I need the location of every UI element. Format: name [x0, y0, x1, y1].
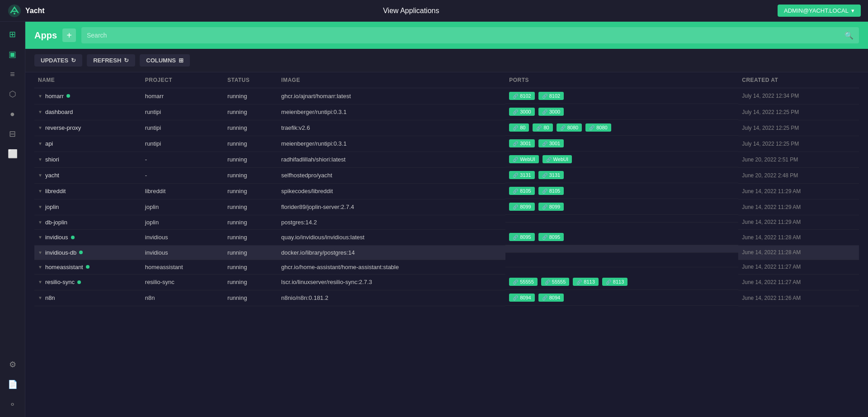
app-name[interactable]: libreddit	[45, 188, 66, 194]
updates-button[interactable]: UPDATES ↻	[34, 54, 82, 66]
chevron-icon[interactable]: ▼	[38, 250, 42, 255]
link-icon: 🔗	[513, 235, 518, 240]
app-name[interactable]: db-joplin	[45, 219, 67, 226]
port-badge[interactable]: 🔗8099	[509, 203, 534, 211]
sidebar-item-dashboard[interactable]: ⊞	[4, 25, 22, 43]
col-project: Project	[142, 72, 224, 88]
settings-icon[interactable]: ⚙	[4, 355, 22, 374]
port-badge[interactable]: 🔗8094	[509, 294, 534, 302]
sidebar: ⊞ ▣ ≡ ⬡ ● ⊟ ⬜ ⚙ 📄 ⚬	[0, 22, 25, 417]
chevron-icon[interactable]: ▼	[38, 157, 42, 162]
app-name[interactable]: invidious	[45, 234, 68, 241]
table-row[interactable]: ▼ invidious-db invidiousrunningdocker.io…	[34, 245, 859, 260]
port-badge[interactable]: 🔗WebUI	[542, 155, 572, 163]
port-badge[interactable]: 🔗8095	[509, 233, 534, 241]
port-badge[interactable]: 🔗3131	[509, 171, 534, 179]
cell-ports: 🔗8094🔗8094	[505, 290, 738, 306]
port-badge[interactable]: 🔗8102	[538, 92, 564, 100]
chevron-icon[interactable]: ▼	[38, 94, 42, 99]
table-row[interactable]: ▼ resilio-sync resilio-syncrunninglscr.i…	[34, 274, 859, 290]
chevron-icon[interactable]: ▼	[38, 235, 42, 240]
app-name[interactable]: dashboard	[45, 109, 73, 115]
chevron-icon[interactable]: ▼	[38, 220, 42, 225]
chevron-icon[interactable]: ▼	[38, 204, 42, 209]
port-badge[interactable]: 🔗8099	[538, 203, 564, 211]
port-badge[interactable]: 🔗80	[533, 123, 552, 132]
port-badge[interactable]: 🔗8080	[585, 123, 611, 132]
sidebar-item-monitor[interactable]: ⬜	[4, 145, 22, 163]
link-icon: 🔗	[542, 204, 547, 209]
port-badge[interactable]: 🔗8105	[509, 187, 534, 195]
port-badge[interactable]: 🔗8095	[538, 233, 564, 241]
table-row[interactable]: ▼ dashboard runtipirunningmeienberger/ru…	[34, 104, 859, 120]
table-row[interactable]: ▼ shiori -runningradhifadlillah/shiori:l…	[34, 152, 859, 167]
table-row[interactable]: ▼ homeassistant homeassistantrunningghcr…	[34, 260, 859, 274]
sidebar-item-packages[interactable]: ⬡	[4, 85, 22, 103]
table-row[interactable]: ▼ libreddit libredditrunningspikecodes/l…	[34, 183, 859, 199]
app-name[interactable]: shiori	[45, 156, 59, 163]
columns-button[interactable]: COLUMNS ⊞	[140, 54, 190, 66]
cell-ports: 🔗8102🔗8102	[505, 88, 738, 104]
toolbar: UPDATES ↻ REFRESH ↻ COLUMNS ⊞	[25, 49, 868, 72]
table-row[interactable]: ▼ joplin joplinrunningflorider89/joplin-…	[34, 199, 859, 215]
table-row[interactable]: ▼ api runtipirunningmeienberger/runtipi:…	[34, 136, 859, 152]
cell-image: ghcr.io/home-assistant/home-assistant:st…	[278, 260, 505, 274]
port-badge[interactable]: 🔗55555	[541, 278, 570, 286]
app-name[interactable]: resilio-sync	[45, 279, 75, 285]
port-badge[interactable]: 🔗55555	[509, 278, 538, 286]
cell-created: June 14, 2022 11:27 AM	[738, 274, 859, 290]
app-name[interactable]: n8n	[45, 294, 55, 301]
port-badge[interactable]: 🔗80	[509, 123, 529, 132]
status-dot	[66, 94, 70, 98]
user-menu[interactable]: ADMIN@YACHT.LOCAL ▾	[778, 5, 861, 17]
port-badge[interactable]: 🔗3000	[509, 108, 534, 116]
app-name[interactable]: yacht	[45, 172, 59, 179]
table-row[interactable]: ▼ homarr homarrrunningghcr.io/ajnart/hom…	[34, 88, 859, 104]
chevron-icon[interactable]: ▼	[38, 295, 42, 300]
port-badge[interactable]: 🔗8105	[538, 187, 564, 195]
github-icon[interactable]: ⚬	[4, 395, 22, 413]
sidebar-item-apps[interactable]: ▣	[4, 45, 22, 63]
table-row[interactable]: ▼ reverse-proxy runtipirunningtraefik:v2…	[34, 120, 859, 136]
docs-icon[interactable]: 📄	[4, 375, 22, 393]
table-row[interactable]: ▼ n8n n8nrunningn8nio/n8n:0.181.2🔗8094🔗8…	[34, 290, 859, 306]
port-badge[interactable]: 🔗3001	[538, 139, 564, 147]
app-name[interactable]: homarr	[45, 93, 64, 100]
port-badge[interactable]: 🔗8102	[509, 92, 534, 100]
app-name[interactable]: invidious-db	[45, 249, 76, 256]
chevron-icon[interactable]: ▼	[38, 265, 42, 270]
chevron-icon[interactable]: ▼	[38, 280, 42, 284]
table-header: Name Project Status Image Ports Created …	[34, 72, 859, 88]
refresh-button[interactable]: REFRESH ↻	[87, 54, 135, 66]
chevron-icon[interactable]: ▼	[38, 173, 42, 178]
port-badge[interactable]: 🔗3001	[509, 139, 534, 147]
cell-name: ▼ libreddit	[34, 183, 142, 199]
app-name[interactable]: homeassistant	[45, 264, 83, 270]
sidebar-item-resources[interactable]: ⊟	[4, 125, 22, 143]
sidebar-item-users[interactable]: ●	[4, 105, 22, 123]
port-badge[interactable]: 🔗3131	[538, 171, 564, 179]
port-badge[interactable]: 🔗8080	[557, 123, 582, 132]
main-content: Apps + 🔍 UPDATES ↻ REFRESH ↻ COLUMNS ⊞	[25, 22, 868, 417]
port-badge[interactable]: 🔗WebUI	[509, 155, 538, 163]
cell-ports: 🔗8105🔗8105	[505, 183, 738, 199]
chevron-icon[interactable]: ▼	[38, 141, 42, 146]
add-app-button[interactable]: +	[62, 28, 76, 42]
port-badge[interactable]: 🔗8094	[538, 294, 564, 302]
port-badge[interactable]: 🔗8113	[573, 278, 598, 286]
cell-project: invidious	[142, 229, 224, 245]
table-row[interactable]: ▼ db-joplin joplinrunningpostgres:14.2Ju…	[34, 215, 859, 229]
sidebar-item-templates[interactable]: ≡	[4, 65, 22, 83]
table-row[interactable]: ▼ invidious invidiousrunningquay.io/invi…	[34, 229, 859, 245]
table-row[interactable]: ▼ yacht -runningselfhostedpro/yacht🔗3131…	[34, 167, 859, 183]
app-name[interactable]: joplin	[45, 204, 59, 210]
cell-created: June 14, 2022 11:27 AM	[738, 260, 859, 274]
port-badge[interactable]: 🔗8113	[602, 278, 627, 286]
search-input[interactable]	[87, 32, 844, 39]
chevron-icon[interactable]: ▼	[38, 109, 42, 114]
port-badge[interactable]: 🔗3000	[538, 108, 564, 116]
chevron-icon[interactable]: ▼	[38, 125, 42, 130]
chevron-icon[interactable]: ▼	[38, 189, 42, 194]
app-name[interactable]: reverse-proxy	[45, 124, 81, 131]
app-name[interactable]: api	[45, 140, 53, 147]
